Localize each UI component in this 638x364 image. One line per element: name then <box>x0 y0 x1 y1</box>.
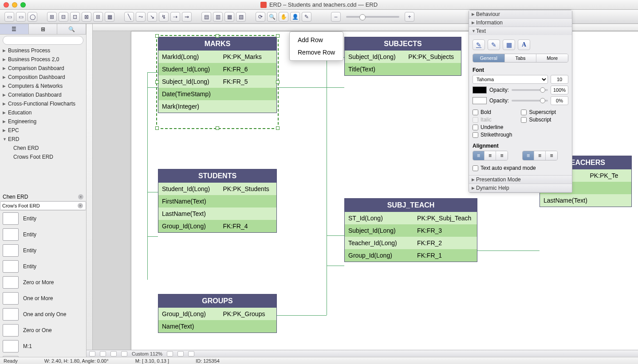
stencil-tab[interactable]: Chen ERD× <box>0 192 86 201</box>
stencil-list[interactable]: EntityEntityEntityEntityZero or MoreOne … <box>0 210 86 357</box>
tool-line-4[interactable]: ↯ <box>159 12 169 22</box>
tree-item[interactable]: ▼ERD <box>0 135 86 144</box>
stencil-item[interactable]: Entity <box>0 227 86 243</box>
table-row[interactable]: Mark(Integer) <box>158 100 276 113</box>
table-row[interactable]: MarkId(Long)PK:PK_Marks <box>158 51 276 63</box>
stencil-item[interactable]: Entity <box>0 243 86 258</box>
tree-subitem[interactable]: Chen ERD <box>0 144 86 153</box>
valign-mid-button[interactable]: ≡ <box>534 151 546 160</box>
table-row[interactable]: Subject_Id(Long)PK:PK_Subjects <box>345 51 461 63</box>
tree-item[interactable]: ▶Business Process 2,0 <box>0 55 86 64</box>
tool-layout-2[interactable]: ⊟ <box>59 12 68 22</box>
tree-item[interactable]: ▶Cross-Functional Flowcharts <box>0 99 86 108</box>
tool-snap[interactable]: ▦ <box>105 12 114 22</box>
inspector-section-presentation[interactable]: ▶Presentation Mode <box>469 176 572 184</box>
zoom-window-button[interactable] <box>20 2 26 8</box>
stencil-item[interactable]: One or More <box>0 290 86 306</box>
stencil-tab[interactable]: Crow's Foot ERD× <box>0 201 86 210</box>
tool-layout-4[interactable]: ⊠ <box>82 12 91 22</box>
inspector-section-text[interactable]: ▼Text <box>469 27 572 35</box>
tool-line-1[interactable]: ╲ <box>124 12 134 22</box>
stencil-item[interactable]: Zero or One <box>0 322 86 338</box>
library-tab-search[interactable]: 🔍 <box>57 24 86 34</box>
tool-layout-3[interactable]: ⊡ <box>70 12 80 22</box>
tree-item[interactable]: ▶Engineering <box>0 117 86 126</box>
close-icon[interactable]: × <box>78 203 83 208</box>
tool-arrange-1[interactable]: ▤ <box>201 12 211 22</box>
tree-item[interactable]: ▶Composition Dashboard <box>0 73 86 82</box>
stencil-item[interactable]: M:1 <box>0 338 86 354</box>
erd-table-groups[interactable]: GROUPSGroup_Id(Long)PK:PK_GroupsName(Tex… <box>158 294 277 333</box>
tool-rect[interactable]: ▭ <box>16 12 26 22</box>
table-row[interactable]: Subject_Id(Long)FK:FR_3 <box>345 224 477 237</box>
bg-opacity-slider[interactable] <box>512 100 548 102</box>
tool-pointer[interactable]: ▭ <box>4 12 14 22</box>
minimize-window-button[interactable] <box>12 2 17 8</box>
erd-table-subj-teach[interactable]: SUBJ_TEACHST_Id(Long)PK:PK_Subj_TeachSub… <box>344 198 477 262</box>
tool-brush[interactable]: ✎ <box>302 12 311 22</box>
tool-refresh[interactable]: ⟳ <box>256 12 265 22</box>
align-center-button[interactable]: ≡ <box>484 151 496 160</box>
zoom-in-button[interactable]: + <box>405 12 414 22</box>
page-layers-3[interactable] <box>188 351 194 356</box>
close-icon[interactable]: × <box>78 194 83 200</box>
table-row[interactable]: Subject_Id(Long)FK:FR_5 <box>158 75 276 88</box>
font-family-select[interactable]: Tahoma <box>473 75 548 84</box>
table-row[interactable]: Title(Text) <box>345 63 461 75</box>
tool-arrange-2[interactable]: ▥ <box>213 12 223 22</box>
tool-arrange-4[interactable]: ▧ <box>236 12 246 22</box>
fg-opacity-input[interactable] <box>551 86 568 94</box>
tree-item[interactable]: ▶EPC <box>0 126 86 135</box>
page-nav-prev[interactable] <box>100 351 106 356</box>
context-menu-add-row[interactable]: Add Row <box>290 34 343 46</box>
stencil-item[interactable]: Entity <box>0 211 86 227</box>
foreground-swatch[interactable] <box>473 86 487 94</box>
strike-checkbox[interactable]: Strikethrough <box>473 132 512 138</box>
underline-checkbox[interactable]: Underline <box>473 124 512 130</box>
erd-table-students[interactable]: STUDENTSStudent_Id(Long)PK:PK_StudentsFi… <box>158 169 277 233</box>
inspector-section-behaviour[interactable]: ▶Behaviour <box>469 10 572 18</box>
superscript-checkbox[interactable]: Superscript <box>521 109 556 115</box>
erd-table-subjects[interactable]: SUBJECTSSubject_Id(Long)PK:PK_SubjectsTi… <box>344 37 461 76</box>
stencil-item[interactable]: Entity <box>0 258 86 274</box>
tool-line-5[interactable]: ⇢ <box>170 12 180 22</box>
text-auto-expand-checkbox[interactable]: Text auto expand mode <box>473 165 568 171</box>
subscript-checkbox[interactable]: Subscript <box>521 117 556 123</box>
zoom-slider[interactable] <box>346 16 399 18</box>
tool-ellipse[interactable]: ◯ <box>28 12 37 22</box>
page-nav-next[interactable] <box>110 351 117 356</box>
library-tab-grid[interactable]: ⊞ <box>29 24 58 34</box>
tool-line-3[interactable]: ↘ <box>147 12 157 22</box>
table-row[interactable]: Name(Text) <box>158 320 276 333</box>
table-row[interactable]: Group_Id(Long)FK:FR_4 <box>158 220 276 232</box>
stencil-item[interactable]: Zero or More <box>0 274 86 290</box>
font-size-input[interactable] <box>551 75 568 84</box>
table-row[interactable]: LastName(Text) <box>158 207 276 220</box>
page-nav-first[interactable] <box>89 351 95 356</box>
align-right-button[interactable]: ≡ <box>496 151 508 160</box>
tool-hand[interactable]: ✋ <box>279 12 288 22</box>
text-underline-icon[interactable]: ✎ <box>473 39 485 50</box>
library-search-input[interactable] <box>3 36 83 45</box>
align-left-button[interactable]: ≡ <box>473 151 484 160</box>
table-row[interactable]: Group_Id(Long)FK:FR_1 <box>345 249 477 262</box>
tree-item[interactable]: ▶Education <box>0 108 86 117</box>
valign-bot-button[interactable]: ≡ <box>546 151 557 160</box>
stencil-item[interactable]: One and only One <box>0 306 86 322</box>
table-row[interactable]: Teacher_Id(Long)FK:FR_2 <box>345 237 477 249</box>
library-tree[interactable]: ▶Business Process▶Business Process 2,0▶C… <box>0 46 86 192</box>
tool-arrange-3[interactable]: ▦ <box>224 12 234 22</box>
table-row[interactable]: FirstName(Text) <box>158 195 276 207</box>
table-row[interactable]: ST_Id(Long)PK:PK_Subj_Teach <box>345 212 477 224</box>
tree-item[interactable]: ▶Correlation Dashboard <box>0 90 86 99</box>
tool-people[interactable]: 👤 <box>290 12 300 22</box>
inspector-section-dynamic-help[interactable]: ▶Dynamic Help <box>469 184 572 192</box>
text-highlight-icon[interactable]: ✎ <box>488 39 500 50</box>
tool-layout-1[interactable]: ⊞ <box>47 12 57 22</box>
table-row[interactable]: Group_Id(Long)PK:PK_Groups <box>158 308 276 320</box>
tree-subitem[interactable]: Crows Foot ERD <box>0 153 86 161</box>
tool-line-2[interactable]: ⤳ <box>136 12 146 22</box>
tool-line-6[interactable]: ⇝ <box>182 12 192 22</box>
text-fill-icon[interactable]: ▦ <box>503 39 515 50</box>
bg-opacity-input[interactable] <box>551 96 568 105</box>
